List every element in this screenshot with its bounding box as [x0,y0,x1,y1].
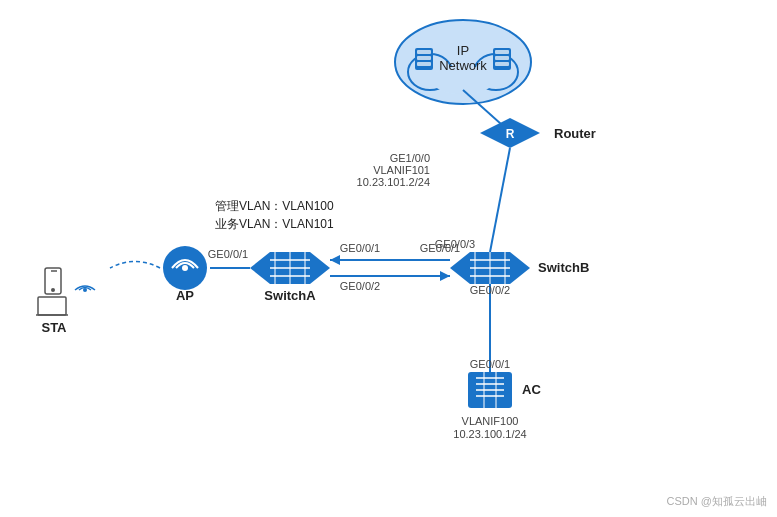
router-ge-label: GE1/0/0 [390,152,430,164]
sta-icon [36,262,160,316]
switchb-label: SwitchB [538,260,589,275]
ac-label: AC [522,382,541,397]
sta-label: STA [41,320,67,335]
switcha-label: SwitchA [264,288,316,303]
switchb-ge001-label: GE0/0/1 [470,358,510,370]
watermark: CSDN @知孤云出岫 [667,494,767,509]
router-ip-label: 10.23.101.2/24 [357,176,430,188]
ip-network-label2: Network [439,58,487,73]
network-diagram: R [0,0,777,517]
svg-rect-36 [38,297,66,315]
router-switchb-line [490,148,510,252]
switchb-ge002-label: GE0/0/2 [470,284,510,296]
svg-marker-23 [440,271,450,281]
ap-icon [163,246,207,290]
svg-rect-9 [495,50,509,54]
svg-marker-22 [330,255,340,265]
ge001-left-label: GE0/0/1 [340,242,380,254]
ge001-right-label: GE0/0/1 [420,242,460,254]
svg-rect-5 [417,50,431,54]
ac-vlanif-label: VLANIF100 [462,415,519,427]
svg-point-35 [51,288,55,292]
svg-rect-6 [417,56,431,60]
router-label: Router [554,126,596,141]
router-vlanif-label: VLANIF101 [373,164,430,176]
ge001-ap-label: GE0/0/1 [208,248,248,260]
svg-rect-10 [495,56,509,60]
switcha-icon [250,252,330,284]
ac-icon [468,372,512,408]
svg-point-38 [83,288,87,292]
ap-label: AP [176,288,194,303]
svg-text:R: R [506,127,515,141]
ip-network-label: IP [457,43,469,58]
ge002-left-label: GE0/0/2 [340,280,380,292]
switchb-icon [450,252,530,284]
svg-rect-7 [417,62,431,66]
mgmt-vlan-label: 管理VLAN：VLAN100 [215,199,334,213]
ac-ip-label: 10.23.100.1/24 [453,428,526,440]
service-vlan-label: 业务VLAN：VLAN101 [215,217,334,231]
svg-rect-11 [495,62,509,66]
svg-point-32 [182,265,188,271]
